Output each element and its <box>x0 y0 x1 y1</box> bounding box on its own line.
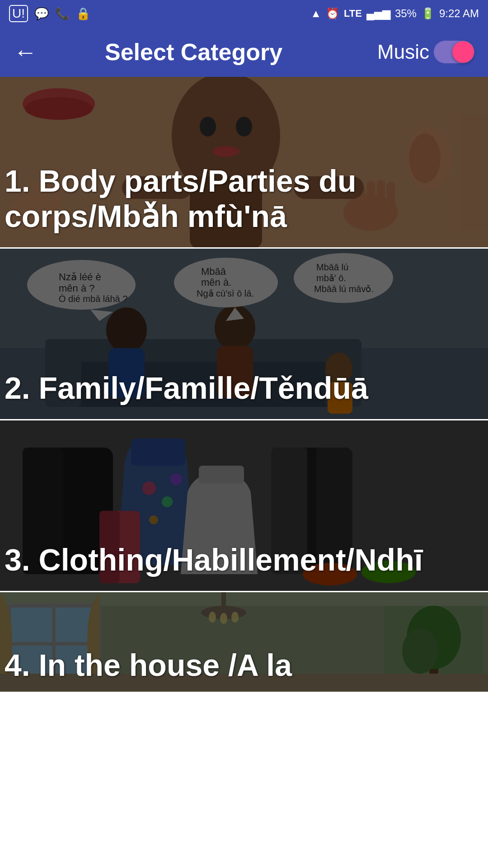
battery-icon: 🔋 <box>421 7 435 20</box>
lte-label: LTE <box>344 8 362 19</box>
lock-icon: 🔒 <box>76 7 90 21</box>
category-1-label: 1. Body parts/Parties du corps/Mbǎh mfù'… <box>5 163 483 234</box>
music-toggle[interactable] <box>434 41 474 63</box>
signal-bars-icon: ▄▅▆ <box>366 7 390 20</box>
page-title: Select Category <box>23 38 364 66</box>
toggle-knob <box>452 41 474 63</box>
alarm-icon: ⏰ <box>326 7 339 20</box>
battery-percent: 35% <box>395 7 417 20</box>
status-bar-left: U! 💬 📞 🔒 <box>9 5 90 22</box>
category-list: 1. Body parts/Parties du corps/Mbǎh mfù'… <box>0 77 488 692</box>
time-display: 9:22 AM <box>439 7 479 20</box>
category-item-4[interactable]: 4. In the house /A la <box>0 592 488 692</box>
status-bar: U! 💬 📞 🔒 ▲ ⏰ LTE ▄▅▆ 35% 🔋 9:22 AM <box>0 0 488 27</box>
category-item-3[interactable]: 3. Clothing/Habillement/Ndhī <box>0 420 488 592</box>
music-toggle-container: Music <box>377 41 474 63</box>
category-item-2[interactable]: Nzǎ léé è mên à ? Ò dié mbā láhā ? Mbāā … <box>0 249 488 420</box>
bluetooth-icon: ▲ <box>310 7 321 20</box>
music-label: Music <box>377 41 429 63</box>
category-3-label: 3. Clothing/Habillement/Ndhī <box>5 542 483 577</box>
category-item-1[interactable]: 1. Body parts/Parties du corps/Mbǎh mfù'… <box>0 77 488 249</box>
chat-icon: 💬 <box>34 7 49 21</box>
category-2-label: 2. Family/Famille/Těndūā <box>5 370 483 406</box>
status-bar-right: ▲ ⏰ LTE ▄▅▆ 35% 🔋 9:22 AM <box>310 7 479 20</box>
app-bar: ← Select Category Music <box>0 27 488 77</box>
phone-icon: 📞 <box>55 7 70 21</box>
app-icon-u: U! <box>9 5 28 22</box>
category-4-label: 4. In the house /A la <box>5 647 483 683</box>
